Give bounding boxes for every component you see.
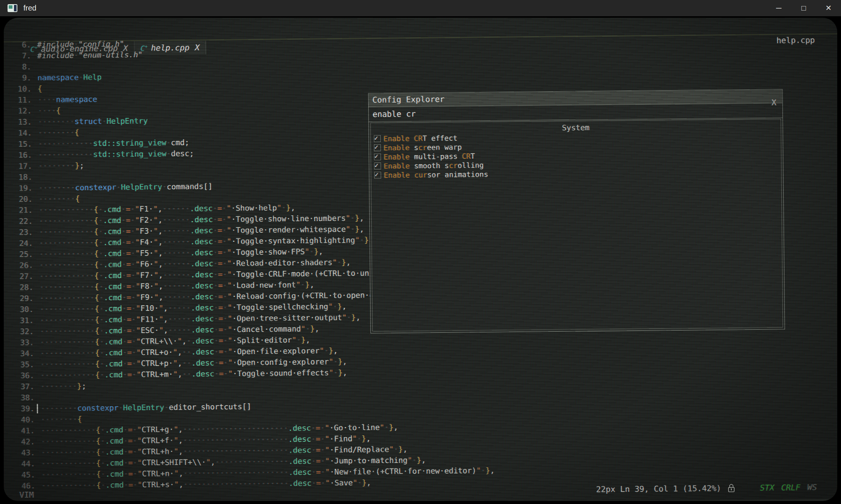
line-number: 33.: [4, 337, 34, 348]
line-number: 20.: [4, 194, 32, 205]
config-option-label: Enable multi-pass CRT: [384, 152, 475, 161]
config-explorer-popup: Config Explorer X enable cr System ✓Enab…: [368, 89, 785, 333]
line-number: 16.: [4, 149, 32, 161]
line-number: 22.: [4, 216, 33, 227]
window-controls: ─ □ ✕: [766, 0, 841, 16]
flag-stx: STX: [760, 483, 774, 493]
line-number: 44.: [4, 458, 35, 470]
line-number: 15.: [4, 138, 32, 150]
line-number: 17.: [4, 161, 32, 172]
app-icon: [8, 4, 17, 12]
line-number: 34.: [4, 348, 34, 360]
line-number: 10.: [4, 83, 32, 95]
line-number: 25.: [4, 249, 33, 260]
line-number: 26.: [4, 260, 33, 271]
popup-body: System ✓Enable CRT effect✓Enable screen …: [370, 119, 783, 332]
vim-mode-indicator: VIM: [19, 490, 34, 500]
line-number: 37.: [4, 381, 34, 392]
line-number: 43.: [4, 447, 35, 459]
line-number: 36.: [4, 370, 34, 381]
line-number: 12.: [4, 106, 32, 117]
line-number: 30.: [4, 304, 34, 315]
line-number: 41.: [4, 425, 35, 436]
line-number: 21.: [4, 205, 33, 216]
line-number: 39.: [4, 403, 35, 415]
line-number: 24.: [4, 238, 33, 249]
line-number: 8.: [4, 61, 31, 73]
line-number: 9.: [4, 72, 31, 84]
checkbox-checked-icon[interactable]: ✓: [374, 144, 381, 151]
line-number: 7.: [4, 50, 31, 61]
position-indicator: 22px Ln 39, Col 1 (15.42%): [596, 484, 721, 494]
line-number: 29.: [4, 293, 34, 304]
screen-content: C+ audio-engine.cpp X C+ help.cpp X help…: [4, 18, 837, 501]
line-number: 40.: [4, 414, 35, 426]
popup-close-icon[interactable]: X: [772, 98, 776, 107]
flag-ws: WS: [807, 483, 817, 492]
checkbox-checked-icon[interactable]: ✓: [374, 163, 381, 169]
config-option-label: Enable CRT effect: [383, 134, 457, 143]
line-number: 18.: [4, 172, 32, 183]
line-number: 19.: [4, 183, 32, 194]
line-number: 14.: [4, 128, 32, 139]
config-option-label: Enable screen warp: [383, 143, 462, 152]
crt-screen: C+ audio-engine.cpp X C+ help.cpp X help…: [4, 18, 837, 501]
line-number: 11.: [4, 94, 32, 106]
minimize-button[interactable]: ─: [766, 0, 791, 16]
config-option-label: Enable smooth scrolling: [384, 161, 484, 170]
line-number: 42.: [4, 436, 35, 447]
status-right: 22px Ln 39, Col 1 (15.42%) STX CRLF WS: [596, 482, 817, 495]
checkbox-checked-icon[interactable]: ✓: [374, 135, 381, 142]
line-number: 23.: [4, 227, 33, 238]
config-options-list: ✓Enable CRT effect✓Enable screen warp✓En…: [371, 130, 781, 180]
close-button[interactable]: ✕: [816, 0, 841, 16]
lock-icon: [727, 483, 735, 493]
line-number: 45.: [4, 469, 35, 481]
line-number: 6.: [4, 39, 31, 51]
config-option-label: Enable cursor animations: [384, 170, 488, 179]
checkbox-checked-icon[interactable]: ✓: [374, 154, 381, 160]
window-titlebar: fred ─ □ ✕: [0, 0, 841, 16]
line-number: 27.: [4, 271, 33, 282]
checkbox-checked-icon[interactable]: ✓: [374, 172, 381, 178]
line-number: 35.: [4, 359, 34, 370]
window-title: fred: [23, 4, 36, 12]
line-number: 28.: [4, 282, 34, 293]
text-cursor: [37, 404, 38, 413]
line-number: 32.: [4, 326, 34, 337]
maximize-button[interactable]: □: [791, 0, 816, 16]
line-number: 31.: [4, 315, 34, 326]
line-number: 38.: [4, 392, 34, 404]
line-number: 13.: [4, 117, 32, 128]
flag-crlf: CRLF: [781, 483, 800, 492]
